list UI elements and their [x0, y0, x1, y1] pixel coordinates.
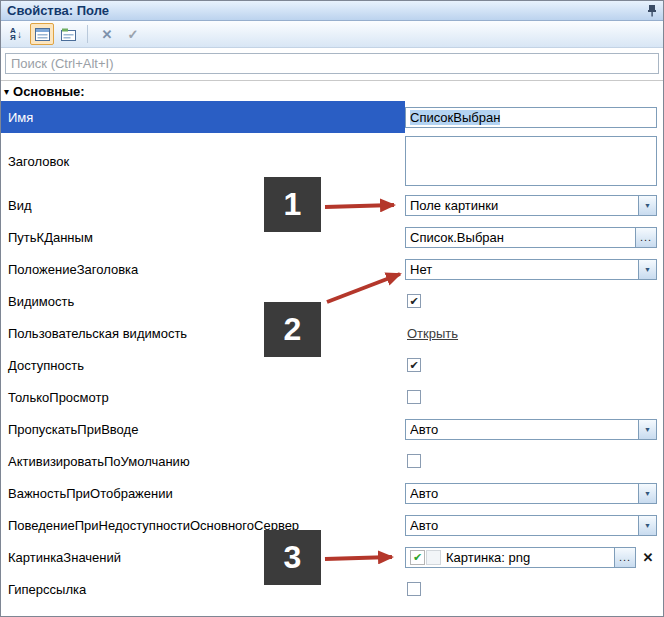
property-grid: ИмяСписокВыбранЗаголовокВидПоле картинки… — [1, 101, 663, 605]
property-value: Авто▼ — [405, 509, 663, 541]
picture-check-off-icon — [426, 550, 441, 565]
collapse-triangle-icon: ▾ — [4, 86, 9, 97]
property-row[interactable]: ПоложениеЗаголовкаНет▼ — [1, 253, 663, 285]
property-row[interactable]: Видимость✔ — [1, 285, 663, 317]
picture-value: Картинка: png — [446, 550, 530, 565]
properties-panel: Свойства: Поле А Я ↓ — [0, 0, 664, 617]
property-row[interactable]: АктивизироватьПоУмолчанию — [1, 445, 663, 477]
property-label: ТолькоПросмотр — [1, 381, 405, 413]
dropdown-arrow-icon[interactable]: ▼ — [638, 516, 656, 535]
dropdown-arrow-icon[interactable]: ▼ — [638, 260, 656, 279]
property-row[interactable]: ПоведениеПриНедоступностиОсновногоСервер… — [1, 509, 663, 541]
property-value: СписокВыбран — [405, 101, 663, 133]
property-value: ✔Картинка: png...✕ — [405, 541, 663, 573]
property-row[interactable]: ВажностьПриОтображенииАвто▼ — [1, 477, 663, 509]
property-row[interactable]: КартинкаЗначений✔Картинка: png...✕ — [1, 541, 663, 573]
open-link[interactable]: Открыть — [407, 326, 458, 341]
picture-check-on-icon: ✔ — [410, 550, 425, 565]
pushpin-icon — [647, 4, 657, 17]
dropdown-value: Нет — [410, 262, 638, 277]
dropdown-field[interactable]: Нет▼ — [405, 259, 657, 280]
property-value: Авто▼ — [405, 413, 663, 445]
category-view-icon — [35, 28, 50, 41]
property-row[interactable]: ВидПоле картинки▼ — [1, 189, 663, 221]
dropdown-field[interactable]: Авто▼ — [405, 419, 657, 440]
dropdown-value: Авто — [410, 486, 638, 501]
dropdown-value: Авто — [410, 518, 638, 533]
tabs-view-icon — [61, 28, 76, 41]
checkbox[interactable] — [407, 582, 421, 596]
property-row[interactable]: ИмяСписокВыбран — [1, 101, 663, 133]
property-value: Авто▼ — [405, 477, 663, 509]
clear-picture-button[interactable]: ✕ — [639, 547, 657, 568]
toolbar-separator — [87, 25, 88, 43]
annotation-box-2: 2 — [264, 302, 321, 357]
clear-icon: ✕ — [102, 27, 113, 42]
ellipsis-button[interactable]: ... — [636, 227, 657, 248]
property-value: ✔ — [405, 349, 663, 381]
annotation-box-3: 3 — [264, 530, 321, 585]
dropdown-arrow-icon[interactable]: ▼ — [638, 196, 656, 215]
dropdown-field[interactable]: Авто▼ — [405, 515, 657, 536]
dropdown-field[interactable]: Авто▼ — [405, 483, 657, 504]
property-row[interactable]: Пользовательская видимостьОткрыть — [1, 317, 663, 349]
property-row[interactable]: Заголовок — [1, 133, 663, 189]
property-label: ПутьКДанным — [1, 221, 405, 253]
titlebar[interactable]: Свойства: Поле — [1, 1, 663, 21]
property-row[interactable]: ТолькоПросмотр — [1, 381, 663, 413]
panel-title: Свойства: Поле — [7, 3, 109, 18]
property-label: ВажностьПриОтображении — [1, 477, 405, 509]
category-view-button[interactable] — [30, 23, 54, 45]
checkbox[interactable] — [407, 390, 421, 404]
sort-letter-bottom: Я — [10, 34, 16, 41]
text-input-value: СписокВыбран — [410, 110, 500, 125]
toolbar: А Я ↓ ✕ ✓ — [1, 21, 663, 48]
property-label: Видимость — [1, 285, 405, 317]
property-value — [405, 133, 663, 189]
search-input[interactable] — [5, 53, 659, 74]
apply-icon: ✓ — [128, 27, 139, 42]
property-label: Гиперссылка — [1, 573, 405, 605]
property-label: Заголовок — [1, 133, 405, 189]
property-value — [405, 573, 663, 605]
section-label: Основные: — [13, 84, 85, 99]
dropdown-value: Поле картинки — [410, 198, 638, 213]
property-value — [405, 445, 663, 477]
property-label: АктивизироватьПоУмолчанию — [1, 445, 405, 477]
dropdown-field[interactable]: Поле картинки▼ — [405, 195, 657, 216]
annotation-box-1: 1 — [264, 177, 321, 232]
property-label: ПоложениеЗаголовка — [1, 253, 405, 285]
property-label: ПропускатьПриВводе — [1, 413, 405, 445]
dropdown-arrow-icon[interactable]: ▼ — [638, 484, 656, 503]
checkbox[interactable]: ✔ — [407, 294, 421, 308]
property-label: Пользовательская видимость — [1, 317, 405, 349]
property-value: ✔ — [405, 285, 663, 317]
dropdown-value: Авто — [410, 422, 638, 437]
clear-button[interactable]: ✕ — [95, 23, 119, 45]
ellipsis-button[interactable]: ... — [615, 547, 636, 568]
property-label: Доступность — [1, 349, 405, 381]
sort-alphabetical-icon: А Я — [10, 27, 16, 41]
pin-icon[interactable] — [647, 4, 657, 17]
apply-button[interactable]: ✓ — [121, 23, 145, 45]
multiline-input[interactable] — [405, 136, 657, 186]
property-value: Нет▼ — [405, 253, 663, 285]
text-input[interactable]: Список.Выбран — [405, 227, 636, 248]
text-input[interactable]: СписокВыбран — [405, 107, 657, 128]
property-row[interactable]: Гиперссылка — [1, 573, 663, 605]
property-value: Открыть — [405, 317, 663, 349]
checkbox[interactable]: ✔ — [407, 358, 421, 372]
property-row[interactable]: ПропускатьПриВводеАвто▼ — [1, 413, 663, 445]
dropdown-arrow-icon[interactable]: ▼ — [638, 420, 656, 439]
section-header-main[interactable]: ▾ Основные: — [1, 80, 663, 101]
checkbox[interactable] — [407, 454, 421, 468]
property-row[interactable]: ПутьКДаннымСписок.Выбран... — [1, 221, 663, 253]
property-label: КартинкаЗначений — [1, 541, 405, 573]
text-input-value: Список.Выбран — [410, 230, 504, 245]
picture-field[interactable]: ✔Картинка: png — [405, 547, 615, 568]
property-row[interactable]: Доступность✔ — [1, 349, 663, 381]
sort-alphabetical-button[interactable]: А Я ↓ — [4, 23, 28, 45]
property-value — [405, 381, 663, 413]
property-value: Список.Выбран... — [405, 221, 663, 253]
tabs-view-button[interactable] — [56, 23, 80, 45]
